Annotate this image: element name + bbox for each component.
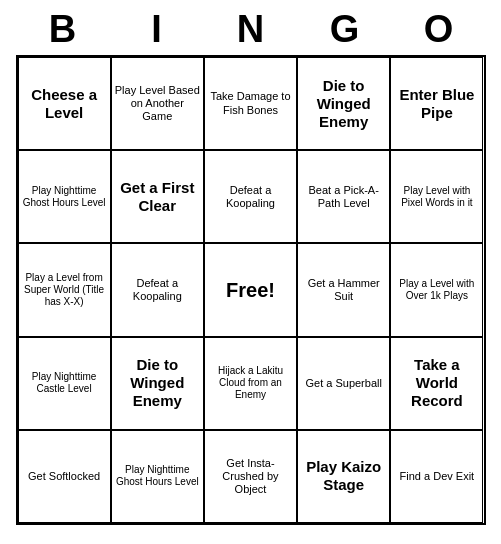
bingo-cell-r3c4: Take a World Record — [390, 337, 483, 430]
bingo-header: BINGO — [16, 0, 486, 55]
bingo-cell-r4c0: Get Softlocked — [18, 430, 111, 523]
bingo-cell-r1c0: Play Nighttime Ghost Hours Level — [18, 150, 111, 243]
bingo-cell-r2c3: Get a Hammer Suit — [297, 243, 390, 336]
bingo-cell-r0c3: Die to Winged Enemy — [297, 57, 390, 150]
bingo-cell-r0c1: Play Level Based on Another Game — [111, 57, 204, 150]
header-letter-n: N — [211, 8, 291, 51]
header-letter-b: B — [23, 8, 103, 51]
bingo-cell-r2c0: Play a Level from Super World (Title has… — [18, 243, 111, 336]
bingo-cell-r1c1: Get a First Clear — [111, 150, 204, 243]
bingo-cell-r0c4: Enter Blue Pipe — [390, 57, 483, 150]
bingo-cell-r2c1: Defeat a Koopaling — [111, 243, 204, 336]
bingo-cell-r3c2: Hijack a Lakitu Cloud from an Enemy — [204, 337, 297, 430]
bingo-cell-r2c2: Free! — [204, 243, 297, 336]
bingo-cell-r4c2: Get Insta-Crushed by Object — [204, 430, 297, 523]
bingo-cell-r0c0: Cheese a Level — [18, 57, 111, 150]
bingo-grid: Cheese a LevelPlay Level Based on Anothe… — [16, 55, 486, 525]
header-letter-o: O — [399, 8, 479, 51]
bingo-cell-r1c4: Play Level with Pixel Words in it — [390, 150, 483, 243]
bingo-cell-r3c3: Get a Superball — [297, 337, 390, 430]
bingo-cell-r4c1: Play Nighttime Ghost Hours Level — [111, 430, 204, 523]
bingo-cell-r2c4: Play a Level with Over 1k Plays — [390, 243, 483, 336]
bingo-cell-r1c3: Beat a Pick-A-Path Level — [297, 150, 390, 243]
bingo-cell-r0c2: Take Damage to Fish Bones — [204, 57, 297, 150]
header-letter-g: G — [305, 8, 385, 51]
bingo-cell-r3c0: Play Nighttime Castle Level — [18, 337, 111, 430]
header-letter-i: I — [117, 8, 197, 51]
bingo-cell-r4c4: Find a Dev Exit — [390, 430, 483, 523]
bingo-cell-r4c3: Play Kaizo Stage — [297, 430, 390, 523]
bingo-cell-r3c1: Die to Winged Enemy — [111, 337, 204, 430]
bingo-cell-r1c2: Defeat a Koopaling — [204, 150, 297, 243]
